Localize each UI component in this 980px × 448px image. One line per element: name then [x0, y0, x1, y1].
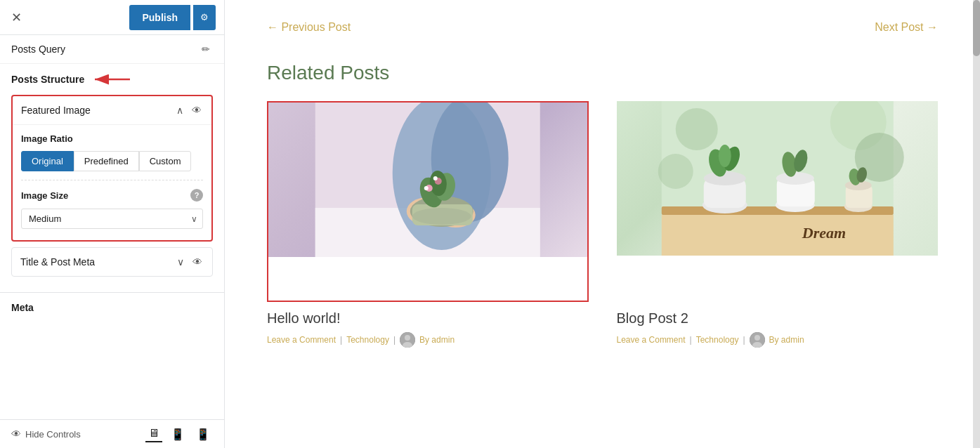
- post-1-image: [268, 103, 587, 257]
- featured-image-card: Featured Image ∧ 👁 Image Ratio Original …: [11, 95, 213, 242]
- related-posts-title: Related Posts: [267, 62, 938, 84]
- ratio-predefined-button[interactable]: Predefined: [74, 151, 139, 171]
- image-size-label: Image Size: [21, 190, 68, 201]
- ratio-original-button[interactable]: Original: [21, 151, 74, 171]
- post-2-sep-1: |: [690, 335, 692, 345]
- post-1-category-link[interactable]: Technology: [346, 335, 389, 345]
- post-2-sep-2: |: [743, 335, 745, 345]
- post-card-1: Hello world! Leave a Comment | Technolog…: [267, 101, 589, 348]
- svg-rect-27: [661, 215, 893, 256]
- svg-point-46: [754, 335, 760, 341]
- posts-query-edit-button[interactable]: ✏: [199, 42, 213, 56]
- publish-settings-button[interactable]: ⚙: [193, 5, 216, 30]
- navigation-row: ← Previous Post Next Post →: [267, 21, 938, 34]
- svg-point-33: [718, 145, 731, 167]
- publish-button[interactable]: Publish: [129, 5, 190, 30]
- image-size-select-wrapper: Medium Large Full Thumbnail ∨: [21, 209, 203, 229]
- post-2-author: By admin: [769, 335, 804, 345]
- image-size-select[interactable]: Medium Large Full Thumbnail: [21, 209, 203, 229]
- post-2-category-link[interactable]: Technology: [696, 335, 739, 345]
- gear-icon: ⚙: [200, 12, 209, 22]
- post-2-title: Blog Post 2: [617, 310, 939, 327]
- posts-query-row: Posts Query ✏: [0, 35, 224, 64]
- device-icons-group: 🖥 📱 📱: [145, 426, 213, 442]
- image-ratio-label: Image Ratio: [21, 133, 203, 144]
- scrollbar-thumb[interactable]: [973, 0, 980, 56]
- post-1-title: Hello world!: [267, 310, 589, 327]
- tablet-icon: 📱: [171, 428, 185, 440]
- svg-point-19: [405, 335, 410, 341]
- post-1-image-wrapper: [267, 101, 589, 302]
- featured-image-title: Featured Image: [21, 105, 91, 116]
- mobile-icon: 📱: [196, 428, 210, 440]
- title-post-meta-label: Title & Post Meta: [20, 256, 95, 268]
- post-1-author: By admin: [419, 335, 455, 345]
- posts-structure-header: Posts Structure: [11, 72, 213, 86]
- scrollbar-track: [973, 0, 980, 448]
- featured-image-controls: ∧ 👁: [175, 103, 203, 117]
- post-2-image: Dream: [617, 101, 939, 256]
- title-post-meta-header[interactable]: Title & Post Meta ∨ 👁: [12, 248, 212, 276]
- meta-section: Meta: [0, 292, 224, 318]
- eye-icon-2: 👁: [192, 256, 202, 268]
- title-post-meta-card: Title & Post Meta ∨ 👁: [11, 247, 213, 277]
- svg-point-25: [658, 154, 693, 189]
- svg-text:Dream: Dream: [801, 224, 845, 242]
- svg-point-16: [433, 176, 438, 180]
- svg-point-14: [424, 186, 429, 190]
- posts-query-label: Posts Query: [11, 44, 65, 55]
- sidebar-header: ✕ Publish ⚙: [0, 0, 224, 35]
- previous-post-link[interactable]: ← Previous Post: [267, 21, 351, 34]
- eye-toggle-icon: 👁: [11, 428, 21, 440]
- post-1-sep-1: |: [340, 335, 342, 345]
- sidebar-footer: 👁 Hide Controls 🖥 📱 📱: [0, 419, 224, 448]
- image-size-row: Image Size ?: [21, 189, 203, 202]
- meta-title: Meta: [11, 302, 34, 313]
- divider: [21, 180, 203, 180]
- posts-grid: Hello world! Leave a Comment | Technolog…: [267, 101, 938, 348]
- post-2-author-avatar: [750, 332, 765, 348]
- pencil-icon: ✏: [202, 44, 210, 55]
- desktop-view-button[interactable]: 🖥: [145, 426, 162, 442]
- post-2-comment-link[interactable]: Leave a Comment: [617, 335, 686, 345]
- close-icon: ✕: [11, 10, 22, 25]
- title-post-meta-left: Title & Post Meta: [20, 256, 95, 268]
- eye-icon: 👁: [192, 105, 202, 116]
- featured-image-collapse-button[interactable]: ∧: [175, 103, 185, 117]
- title-post-meta-visibility-button[interactable]: 👁: [191, 255, 204, 269]
- next-post-link[interactable]: Next Post →: [875, 21, 938, 34]
- title-post-meta-controls: ∨ 👁: [176, 255, 204, 269]
- featured-image-header[interactable]: Featured Image ∧ 👁: [13, 96, 211, 124]
- post-card-2: Dream Blog Post 2 Leave a Comment: [617, 101, 939, 348]
- tablet-view-button[interactable]: 📱: [168, 426, 188, 442]
- post-1-comment-link[interactable]: Leave a Comment: [267, 335, 336, 345]
- ratio-buttons-group: Original Predefined Custom: [21, 151, 203, 171]
- arrow-indicator: [91, 72, 133, 86]
- ratio-custom-button[interactable]: Custom: [139, 151, 192, 171]
- featured-image-content: Image Ratio Original Predefined Custom I…: [13, 124, 211, 240]
- page-content: ← Previous Post Next Post → Related Post…: [225, 0, 980, 448]
- hide-controls-button[interactable]: 👁 Hide Controls: [11, 428, 81, 440]
- featured-image-visibility-button[interactable]: 👁: [190, 103, 203, 117]
- desktop-icon: 🖥: [148, 427, 159, 439]
- mobile-view-button[interactable]: 📱: [193, 426, 213, 442]
- post-2-image-wrapper: Dream: [617, 101, 939, 302]
- post-1-meta: Leave a Comment | Technology | By admin: [267, 332, 589, 348]
- chevron-down-icon: ∨: [177, 256, 184, 268]
- publish-area: Publish ⚙: [129, 5, 216, 30]
- title-post-meta-collapse-button[interactable]: ∨: [176, 255, 185, 269]
- post-1-sep-2: |: [393, 335, 396, 345]
- posts-structure-title: Posts Structure: [11, 74, 84, 85]
- svg-point-17: [412, 208, 471, 225]
- chevron-up-icon: ∧: [176, 105, 183, 116]
- svg-point-22: [675, 108, 717, 150]
- sidebar: ✕ Publish ⚙ Posts Query ✏ Posts Structur…: [0, 0, 225, 448]
- post-2-meta: Leave a Comment | Technology | By admin: [617, 332, 939, 348]
- close-button[interactable]: ✕: [8, 7, 25, 28]
- post-2-illustration: Dream: [617, 101, 939, 256]
- posts-structure-section: Posts Structure Featured Image: [0, 64, 224, 286]
- hide-controls-label: Hide Controls: [25, 429, 81, 440]
- red-arrow-icon: [91, 72, 133, 86]
- image-size-help-icon[interactable]: ?: [190, 189, 203, 202]
- main-content: ← Previous Post Next Post → Related Post…: [225, 0, 980, 448]
